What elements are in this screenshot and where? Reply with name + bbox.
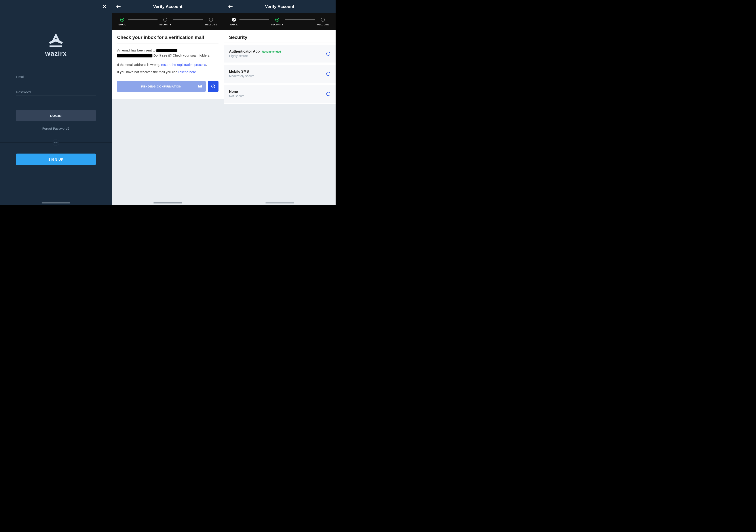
or-separator: OR (0, 139, 112, 146)
brand-logo: wazirx (45, 33, 67, 57)
progress-steps: EMAIL SECURITY WELCOME (224, 13, 336, 30)
radio-icon (326, 52, 330, 56)
step-email-indicator (120, 18, 124, 22)
page-title: Verify Account (224, 4, 336, 9)
login-screen: wazirx LOGIN Forgot Password? OR SIGN UP (0, 0, 112, 205)
svg-rect-4 (49, 45, 62, 47)
verify-security-screen: Verify Account EMAIL SECURITY WELCOME Se… (224, 0, 336, 205)
card-title: Check your inbox for a verification mail (117, 35, 218, 44)
login-button[interactable]: LOGIN (16, 110, 96, 121)
verify-email-screen: Verify Account EMAIL SECURITY WELCOME Ch… (112, 0, 224, 205)
wrong-email-text: If the email address is wrong, restart t… (117, 62, 218, 67)
pending-confirmation-button[interactable]: PENDING CONFIRMATION (117, 81, 205, 92)
step-security-indicator (163, 18, 167, 22)
redacted-email (156, 49, 177, 52)
home-indicator (41, 202, 70, 203)
security-option-sms[interactable]: Mobile SMS Moderately secure (224, 65, 336, 83)
refresh-button[interactable] (208, 81, 219, 92)
back-icon[interactable] (228, 4, 233, 10)
security-heading: Security (229, 35, 330, 40)
security-option-authenticator[interactable]: Authenticator AppRecommended Highly secu… (224, 45, 336, 63)
email-input[interactable] (16, 73, 96, 80)
password-input[interactable] (16, 88, 96, 95)
back-icon[interactable] (116, 4, 122, 10)
home-indicator (265, 202, 294, 203)
brand-name: wazirx (45, 50, 67, 57)
step-welcome-indicator (321, 18, 325, 22)
signup-button[interactable]: SIGN UP (16, 153, 96, 165)
step-security-indicator (275, 18, 279, 22)
radio-icon (326, 92, 330, 96)
step-email-indicator (232, 18, 236, 22)
resend-text: If you have not received the mail you ca… (117, 69, 218, 74)
recommended-badge: Recommended (262, 50, 281, 53)
redacted-email-2 (117, 54, 152, 57)
close-icon[interactable] (102, 4, 107, 10)
radio-icon (326, 72, 330, 76)
restart-registration-link[interactable]: restart the registration process (161, 63, 206, 66)
mail-icon (198, 84, 202, 89)
forgot-password-link[interactable]: Forgot Password? (42, 127, 69, 130)
svg-marker-3 (49, 39, 63, 44)
email-sent-text: An email has been sent to Don't see it? … (117, 48, 218, 58)
security-option-none[interactable]: None Not Secure (224, 85, 336, 103)
wazirx-logo-icon (46, 33, 66, 49)
progress-steps: EMAIL SECURITY WELCOME (112, 13, 224, 30)
step-welcome-indicator (209, 18, 213, 22)
page-title: Verify Account (112, 4, 224, 9)
home-indicator (153, 202, 182, 203)
resend-link[interactable]: resend here (178, 70, 196, 74)
